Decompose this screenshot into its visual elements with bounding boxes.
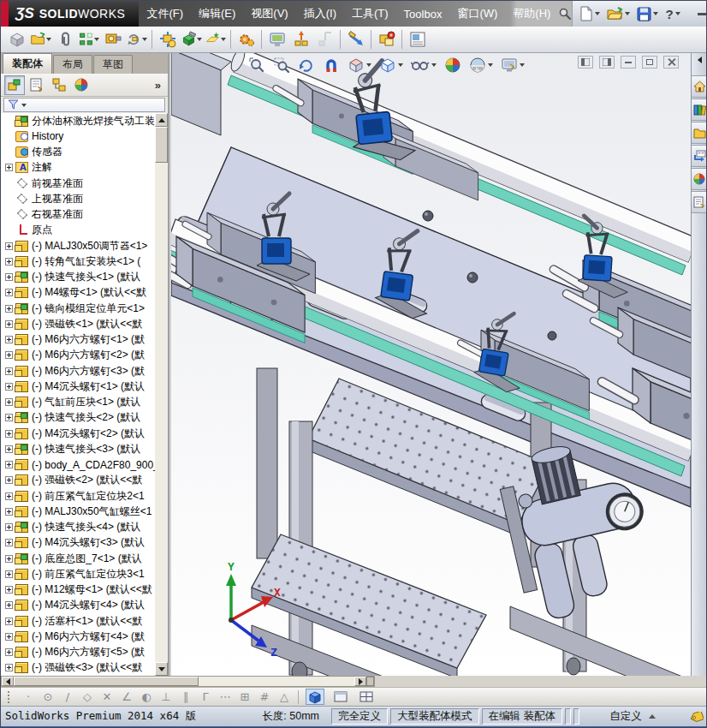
expand-toggle-icon[interactable] (5, 351, 13, 359)
tree-item[interactable]: (-) 快速气接头<1> (默认 (1, 270, 155, 285)
smart-fasteners-icon[interactable] (101, 28, 124, 51)
snap-tool-icon[interactable]: ∠ (120, 690, 134, 703)
tree-item[interactable]: (-) M4沉头螺钉<4> (默认 (1, 598, 155, 613)
menu-item[interactable]: 帮助(H) (505, 1, 558, 27)
tree-item[interactable]: (-) M4沉头螺钉<3> (默认 (1, 535, 155, 551)
tag-button[interactable] (686, 712, 707, 722)
chevron-down-icon[interactable] (94, 38, 99, 41)
tree-item[interactable]: 传感器 (1, 145, 155, 160)
tree-item[interactable]: (-) 镜向模组定位单元<1> (1, 301, 155, 316)
motion-study-icon[interactable] (235, 28, 258, 51)
expand-toggle-icon[interactable] (5, 523, 13, 531)
panel-tab[interactable]: 装配体 (3, 53, 52, 74)
panel-more-button[interactable]: » (155, 79, 164, 92)
new-document-button[interactable] (578, 3, 602, 24)
solidworks-resources-tab[interactable] (692, 75, 707, 98)
snap-tool-icon[interactable]: ✕ (100, 690, 114, 703)
snap-tool-icon[interactable]: # (258, 690, 271, 703)
expand-toggle-icon[interactable] (5, 664, 13, 671)
tree-item[interactable]: (-) M6内六方螺钉<3> (默 (1, 363, 155, 379)
view-orientation-icon[interactable] (346, 55, 373, 75)
configuration-manager-tab[interactable] (49, 75, 69, 95)
four-view-button[interactable] (357, 689, 376, 705)
mate-icon[interactable] (53, 28, 76, 51)
chevron-down-icon[interactable] (675, 12, 680, 15)
explode-line-sketch-icon[interactable] (313, 28, 336, 51)
snap-tool-icon[interactable]: ⊥ (159, 690, 173, 703)
tree-item[interactable]: (-) 转角气缸安装块<1> ( (1, 254, 155, 269)
move-component-icon[interactable] (156, 28, 179, 51)
tree-item[interactable]: (-) 强磁铁<1> (默认<<默 (1, 316, 155, 331)
search-button[interactable] (558, 1, 572, 27)
chevron-down-icon[interactable] (398, 63, 403, 67)
menu-item[interactable]: 编辑(E) (191, 1, 243, 27)
expand-toggle-icon[interactable] (5, 383, 13, 391)
scroll-right-button[interactable] (354, 677, 366, 686)
menu-item[interactable]: 工具(T) (344, 1, 396, 27)
chevron-down-icon[interactable] (431, 63, 437, 67)
large-assembly-mode-field[interactable]: 大型装配体模式 (390, 708, 479, 725)
snap-tool-icon[interactable]: ◐ (140, 690, 153, 703)
expand-toggle-icon[interactable] (5, 430, 13, 438)
tree-item[interactable]: (-) M4沉头螺钉<2> (默认 (1, 426, 155, 441)
scroll-up-button[interactable] (155, 113, 168, 127)
expand-toggle-icon[interactable] (5, 633, 13, 641)
expand-toggle-icon[interactable] (5, 305, 13, 313)
shaded-view-button[interactable] (306, 689, 324, 705)
expand-toggle-icon[interactable] (5, 586, 13, 594)
expand-toggle-icon[interactable] (5, 539, 13, 546)
property-manager-tab[interactable] (27, 75, 47, 95)
scroll-down-button[interactable] (155, 662, 168, 676)
tree-item[interactable]: (-) 活塞杆<1> (默认<<默 (1, 613, 155, 629)
expand-toggle-icon[interactable] (5, 648, 13, 656)
tree-item[interactable]: 上视基准面 (1, 191, 155, 206)
expand-toggle-icon[interactable] (5, 618, 13, 625)
custom-properties-tab[interactable] (692, 191, 707, 213)
expand-toggle-icon[interactable] (5, 398, 13, 406)
display-manager-tab[interactable] (71, 75, 92, 95)
expand-toggle-icon[interactable] (5, 336, 13, 343)
expand-toggle-icon[interactable] (5, 273, 13, 281)
expand-toggle-icon[interactable] (5, 320, 13, 328)
expand-toggle-icon[interactable] (5, 258, 13, 266)
chevron-down-icon[interactable] (221, 38, 226, 41)
pane-right-toggle[interactable] (599, 56, 615, 69)
tree-item[interactable]: (-) 强磁铁<2> (默认<<默 (1, 473, 155, 488)
tree-item[interactable]: (-) M6内六方螺钉<1> (默 (1, 332, 155, 348)
snap-tool-icon[interactable]: · (21, 690, 35, 703)
chevron-down-icon[interactable] (46, 38, 51, 41)
expand-toggle-icon[interactable] (5, 289, 13, 296)
tree-item[interactable]: 注解 (1, 160, 155, 176)
snap-tool-icon[interactable]: △ (277, 690, 291, 703)
panel-tab[interactable]: 草图 (93, 55, 133, 74)
insert-component-icon[interactable] (5, 28, 28, 51)
doc-close-button[interactable] (663, 56, 679, 69)
tree-item[interactable]: (-) 强磁铁<3> (默认<<默 (1, 660, 155, 676)
help-button[interactable]: ? (663, 3, 681, 24)
tree-item[interactable]: (-) MALJ30x50调节器<1> (1, 238, 155, 254)
doc-minimize-button[interactable] (621, 56, 636, 69)
insert-from-file-icon[interactable] (29, 28, 52, 51)
snap-tool-icon[interactable]: ⋯ (218, 690, 232, 703)
custom-dropdown[interactable]: 自定义 (582, 708, 683, 725)
expand-toggle-icon[interactable] (5, 461, 13, 468)
expand-toggle-icon[interactable] (5, 508, 13, 516)
graphics-viewport[interactable]: Y X Z (171, 53, 691, 676)
chevron-down-icon[interactable] (142, 38, 147, 41)
chevron-down-icon[interactable] (21, 104, 27, 107)
tree-filter-box[interactable] (3, 98, 165, 112)
snap-tool-icon[interactable]: / (61, 690, 74, 703)
tree-item[interactable]: (-) M4螺母<1> (默认<<默 (1, 285, 155, 301)
toolbar-grip[interactable] (8, 691, 11, 703)
open-document-button[interactable] (605, 3, 632, 24)
linear-component-pattern-icon[interactable] (77, 28, 100, 51)
interference-detection-icon[interactable] (375, 28, 398, 51)
chevron-down-icon[interactable] (625, 12, 630, 15)
tree-root-item[interactable]: 分体油杯激光焊接气动工装 (1, 113, 155, 128)
chevron-down-icon[interactable] (653, 12, 658, 15)
menu-item[interactable]: 窗口(W) (449, 1, 505, 27)
tree-item[interactable]: (-) M6内六方螺钉<5> (默 (1, 645, 155, 660)
expand-toggle-icon[interactable] (5, 414, 13, 421)
snap-tool-icon[interactable]: Γ (199, 690, 212, 703)
appearances-scenes-tab[interactable] (692, 168, 707, 190)
